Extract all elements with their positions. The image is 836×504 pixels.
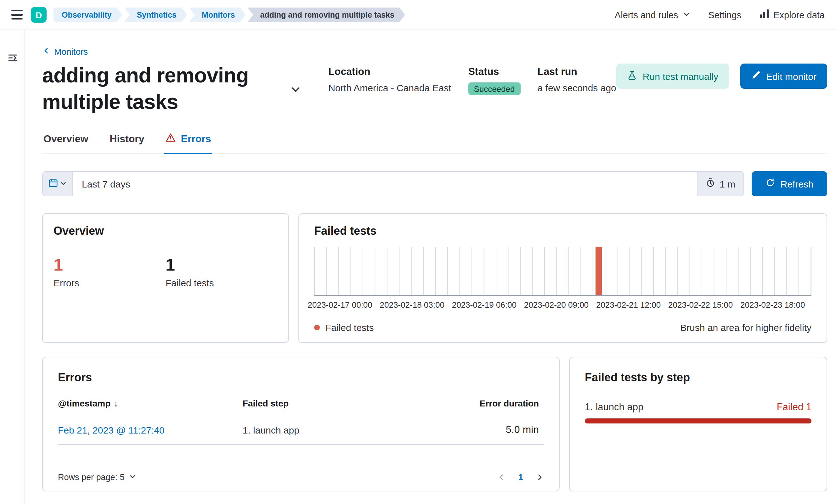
next-page-icon[interactable] xyxy=(536,473,544,481)
step-row: 1. launch app Failed 1 xyxy=(585,402,812,413)
error-timestamp-link[interactable]: Feb 21, 2023 @ 11:27:40 xyxy=(58,425,165,435)
pencil-icon xyxy=(751,71,760,82)
tab-history-label: History xyxy=(110,134,144,145)
back-to-monitors-link[interactable]: Monitors xyxy=(42,46,88,57)
monitor-tabs: Overview History Errors xyxy=(42,133,827,154)
page-title: adding and removing multiple tasks xyxy=(42,62,280,115)
errors-stat: 1 Errors xyxy=(54,255,166,289)
errors-table: @timestamp ↓ Failed step Error duration … xyxy=(58,395,544,445)
calendar-icon xyxy=(49,178,58,190)
chevron-down-icon xyxy=(682,10,690,20)
x-tick: 2023-02-22 15:00 xyxy=(668,301,733,310)
timestamp-column-label: @timestamp xyxy=(58,399,111,409)
breadcrumb-monitors[interactable]: Monitors xyxy=(189,7,246,22)
status-badge: Succeeded xyxy=(468,82,520,95)
timestamp-sort-header[interactable]: @timestamp ↓ xyxy=(58,399,118,409)
tab-overview[interactable]: Overview xyxy=(42,133,89,154)
explore-data-icon xyxy=(759,9,769,21)
previous-page-icon[interactable] xyxy=(497,473,506,481)
refresh-interval-control[interactable]: 1 m xyxy=(697,172,743,196)
legend-failed-tests[interactable]: Failed tests xyxy=(314,323,374,333)
errors-card: Errors @timestamp ↓ Failed step Error xyxy=(42,357,559,492)
title-chevron-down-icon[interactable] xyxy=(290,84,301,97)
x-tick: 2023-02-23 18:00 xyxy=(740,301,805,310)
flask-icon xyxy=(627,70,637,82)
back-link-label: Monitors xyxy=(54,46,88,57)
date-range-value[interactable]: Last 7 days xyxy=(73,172,697,196)
elastic-logo[interactable]: D xyxy=(31,7,46,23)
app-viewport: D Observability Synthetics Monitors addi… xyxy=(0,0,836,504)
tab-history[interactable]: History xyxy=(108,133,146,154)
pagination: 1 xyxy=(497,472,544,482)
step-failed-count: Failed 1 xyxy=(777,402,812,413)
refresh-icon xyxy=(765,178,775,190)
chart-x-axis: 2023-02-17 00:00 2023-02-18 03:00 2023-0… xyxy=(314,301,812,312)
failed-step-column-label: Failed step xyxy=(243,395,446,415)
monitor-actions: Run test manually Edit monitor xyxy=(616,63,827,89)
x-tick: 2023-02-17 00:00 xyxy=(308,301,372,310)
failed-tests-card: Failed tests 2023-02-17 00:00 2023-02-18… xyxy=(298,214,827,343)
timer-icon xyxy=(706,178,715,190)
failed-tests-count: 1 xyxy=(166,255,278,276)
monitor-meta: Location North America - Canada East Sta… xyxy=(328,66,616,95)
x-tick: 2023-02-20 09:00 xyxy=(524,301,589,310)
rows-per-page-selector[interactable]: Rows per page: 5 xyxy=(58,472,136,482)
explore-data-link[interactable]: Explore data xyxy=(759,9,825,21)
location-value: North America - Canada East xyxy=(328,82,451,93)
refresh-interval-value: 1 m xyxy=(720,179,735,189)
breadcrumb-current-monitor: adding and removing multiple tasks xyxy=(247,7,405,22)
settings-link[interactable]: Settings xyxy=(708,10,741,20)
legend-dot-icon xyxy=(314,325,320,331)
errors-stat-label: Errors xyxy=(54,277,166,288)
failed-tests-stat: 1 Failed tests xyxy=(166,255,278,289)
failed-test-bar[interactable] xyxy=(595,247,602,295)
breadcrumb-synthetics[interactable]: Synthetics xyxy=(124,7,187,22)
warning-triangle-icon xyxy=(166,133,176,146)
tab-overview-label: Overview xyxy=(43,134,88,145)
refresh-label: Refresh xyxy=(780,179,813,189)
x-tick: 2023-02-19 06:00 xyxy=(452,301,516,310)
overview-card: Overview 1 Errors 1 Failed tests xyxy=(42,214,289,343)
sort-descending-icon: ↓ xyxy=(114,399,118,409)
filter-bar: Last 7 days 1 m Refresh xyxy=(42,172,827,197)
error-duration-value: 5.0 min xyxy=(506,424,539,435)
x-tick: 2023-02-21 12:00 xyxy=(596,301,661,310)
table-footer: Rows per page: 5 1 xyxy=(58,463,544,482)
edit-monitor-button[interactable]: Edit monitor xyxy=(740,63,827,89)
date-picker-quick-menu[interactable] xyxy=(43,172,73,196)
title-group: adding and removing multiple tasks xyxy=(42,62,301,115)
refresh-button[interactable]: Refresh xyxy=(752,172,827,197)
run-test-manually-button[interactable]: Run test manually xyxy=(616,63,729,89)
table-row: Feb 21, 2023 @ 11:27:40 1. launch app 5.… xyxy=(58,415,544,445)
rows-per-page-label: Rows per page: 5 xyxy=(58,472,125,482)
errors-table-header-row: @timestamp ↓ Failed step Error duration xyxy=(58,395,544,415)
chevron-down-icon xyxy=(129,472,136,482)
alerts-and-rules-menu[interactable]: Alerts and rules xyxy=(615,10,691,20)
menu-hamburger-icon[interactable] xyxy=(6,4,28,25)
sidebar-expand-icon[interactable] xyxy=(3,49,21,67)
collapsed-sidebar xyxy=(0,30,25,504)
breadcrumb-observability[interactable]: Observability xyxy=(54,7,122,22)
page-number-1[interactable]: 1 xyxy=(518,472,523,482)
x-tick: 2023-02-18 03:00 xyxy=(380,301,444,310)
last-run-label: Last run xyxy=(538,66,616,77)
breadcrumb: Observability Synthetics Monitors adding… xyxy=(54,7,407,22)
meta-status: Status Succeeded xyxy=(468,66,520,95)
overview-stats: 1 Errors 1 Failed tests xyxy=(54,255,278,289)
run-test-label: Run test manually xyxy=(643,71,718,81)
tab-errors[interactable]: Errors xyxy=(165,133,212,154)
monitor-header: adding and removing multiple tasks Locat… xyxy=(42,62,827,115)
tab-errors-label: Errors xyxy=(181,134,211,145)
location-label: Location xyxy=(328,66,451,77)
failed-tests-by-step-card: Failed tests by step 1. launch app Faile… xyxy=(569,357,827,492)
failed-tests-chart[interactable] xyxy=(314,247,812,296)
edit-monitor-label: Edit monitor xyxy=(766,71,816,81)
failed-tests-stat-label: Failed tests xyxy=(166,277,278,288)
errors-count: 1 xyxy=(54,255,166,276)
step-failure-progress-bar xyxy=(585,419,812,424)
details-row: Errors @timestamp ↓ Failed step Error xyxy=(42,357,827,492)
settings-label: Settings xyxy=(708,10,741,20)
errors-card-title: Errors xyxy=(58,371,544,385)
error-duration-column-label: Error duration xyxy=(446,395,544,415)
brush-hint: Brush an area for higher fidelity xyxy=(680,323,812,333)
